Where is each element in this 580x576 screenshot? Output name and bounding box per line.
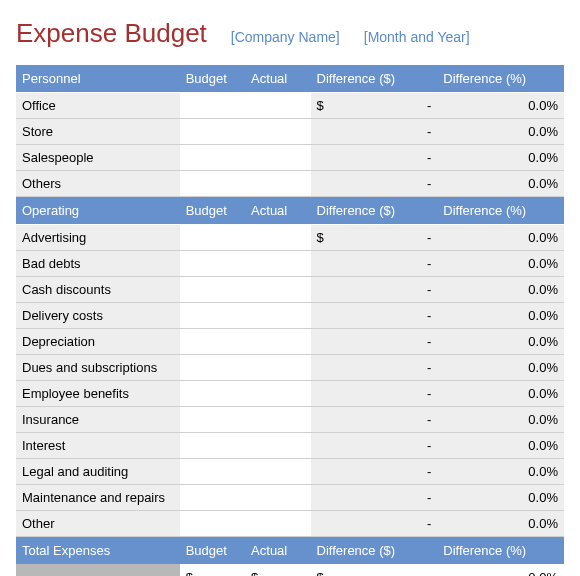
table-row: Depreciation-0.0% xyxy=(16,329,564,355)
cell-budget[interactable] xyxy=(180,355,245,381)
cell-diff-dollar: - xyxy=(311,459,438,485)
row-label: Advertising xyxy=(16,225,180,251)
cell-diff-percent: 0.0% xyxy=(437,485,564,511)
cell-budget[interactable] xyxy=(180,277,245,303)
cell-diff-percent: 0.0% xyxy=(437,355,564,381)
cell-diff-percent: 0.0% xyxy=(437,433,564,459)
section-name: Operating xyxy=(16,197,180,225)
row-label: Bad debts xyxy=(16,251,180,277)
table-row: Legal and auditing-0.0% xyxy=(16,459,564,485)
cell-actual[interactable] xyxy=(245,381,310,407)
col-actual: Actual xyxy=(245,537,310,565)
cell-diff-percent: 0.0% xyxy=(437,171,564,197)
cell-budget[interactable] xyxy=(180,459,245,485)
row-label: Others xyxy=(16,171,180,197)
month-year-placeholder[interactable]: [Month and Year] xyxy=(364,29,470,45)
cell-actual[interactable] xyxy=(245,355,310,381)
cell-actual[interactable] xyxy=(245,485,310,511)
total-spacer xyxy=(16,564,180,576)
table-row: Delivery costs-0.0% xyxy=(16,303,564,329)
cell-budget[interactable] xyxy=(180,485,245,511)
cell-budget[interactable] xyxy=(180,251,245,277)
cell-actual[interactable] xyxy=(245,251,310,277)
cell-actual[interactable] xyxy=(245,459,310,485)
table-row: Advertising$-0.0% xyxy=(16,225,564,251)
cell-actual[interactable] xyxy=(245,511,310,537)
cell-actual[interactable] xyxy=(245,303,310,329)
col-budget: Budget xyxy=(180,65,245,93)
cell-diff-percent: 0.0% xyxy=(437,303,564,329)
cell-budget[interactable] xyxy=(180,511,245,537)
expense-table: PersonnelBudgetActualDifference ($)Diffe… xyxy=(16,65,564,576)
table-row: Interest-0.0% xyxy=(16,433,564,459)
col-diff-dollar: Difference ($) xyxy=(311,65,438,93)
cell-budget[interactable] xyxy=(180,171,245,197)
page-title: Expense Budget xyxy=(16,18,207,49)
total-header: Total ExpensesBudgetActualDifference ($)… xyxy=(16,537,564,565)
table-row: Maintenance and repairs-0.0% xyxy=(16,485,564,511)
cell-diff-dollar: - xyxy=(311,511,438,537)
cell-actual[interactable] xyxy=(245,225,310,251)
row-label: Maintenance and repairs xyxy=(16,485,180,511)
table-row: Office$-0.0% xyxy=(16,93,564,119)
cell-diff-percent: 0.0% xyxy=(437,251,564,277)
total-diff-dollar: $- xyxy=(311,564,438,576)
col-diff-dollar: Difference ($) xyxy=(311,197,438,225)
row-label: Depreciation xyxy=(16,329,180,355)
cell-actual[interactable] xyxy=(245,119,310,145)
cell-actual[interactable] xyxy=(245,433,310,459)
cell-actual[interactable] xyxy=(245,145,310,171)
total-label: Total Expenses xyxy=(16,537,180,565)
row-label: Interest xyxy=(16,433,180,459)
col-diff-percent: Difference (%) xyxy=(437,65,564,93)
col-actual: Actual xyxy=(245,65,310,93)
row-label: Store xyxy=(16,119,180,145)
cell-diff-dollar: - xyxy=(311,303,438,329)
cell-actual[interactable] xyxy=(245,171,310,197)
cell-diff-dollar: - xyxy=(311,355,438,381)
row-label: Cash discounts xyxy=(16,277,180,303)
cell-diff-percent: 0.0% xyxy=(437,225,564,251)
cell-diff-dollar: - xyxy=(311,381,438,407)
cell-diff-percent: 0.0% xyxy=(437,145,564,171)
cell-budget[interactable] xyxy=(180,93,245,119)
col-budget: Budget xyxy=(180,537,245,565)
cell-actual[interactable] xyxy=(245,329,310,355)
cell-diff-percent: 0.0% xyxy=(437,277,564,303)
section-header: PersonnelBudgetActualDifference ($)Diffe… xyxy=(16,65,564,93)
cell-budget[interactable] xyxy=(180,407,245,433)
col-budget: Budget xyxy=(180,197,245,225)
cell-diff-dollar: - xyxy=(311,485,438,511)
cell-actual[interactable] xyxy=(245,407,310,433)
cell-diff-percent: 0.0% xyxy=(437,381,564,407)
total-row: $$$-0.0% xyxy=(16,564,564,576)
cell-actual[interactable] xyxy=(245,93,310,119)
company-name-placeholder[interactable]: [Company Name] xyxy=(231,29,340,45)
cell-diff-dollar: $- xyxy=(311,93,438,119)
col-diff-percent: Difference (%) xyxy=(437,197,564,225)
row-label: Salespeople xyxy=(16,145,180,171)
cell-diff-dollar: - xyxy=(311,329,438,355)
cell-budget[interactable] xyxy=(180,119,245,145)
cell-budget[interactable] xyxy=(180,145,245,171)
cell-diff-dollar: - xyxy=(311,145,438,171)
col-actual: Actual xyxy=(245,197,310,225)
cell-budget[interactable] xyxy=(180,329,245,355)
cell-budget[interactable] xyxy=(180,303,245,329)
cell-actual[interactable] xyxy=(245,277,310,303)
cell-budget[interactable] xyxy=(180,381,245,407)
table-row: Others-0.0% xyxy=(16,171,564,197)
col-diff-dollar: Difference ($) xyxy=(311,537,438,565)
cell-diff-dollar: - xyxy=(311,277,438,303)
row-label: Dues and subscriptions xyxy=(16,355,180,381)
cell-budget[interactable] xyxy=(180,225,245,251)
cell-diff-percent: 0.0% xyxy=(437,93,564,119)
total-budget: $ xyxy=(180,564,245,576)
cell-diff-dollar: - xyxy=(311,171,438,197)
row-label: Office xyxy=(16,93,180,119)
cell-budget[interactable] xyxy=(180,433,245,459)
table-row: Other-0.0% xyxy=(16,511,564,537)
table-row: Salespeople-0.0% xyxy=(16,145,564,171)
cell-diff-dollar: - xyxy=(311,433,438,459)
col-diff-percent: Difference (%) xyxy=(437,537,564,565)
